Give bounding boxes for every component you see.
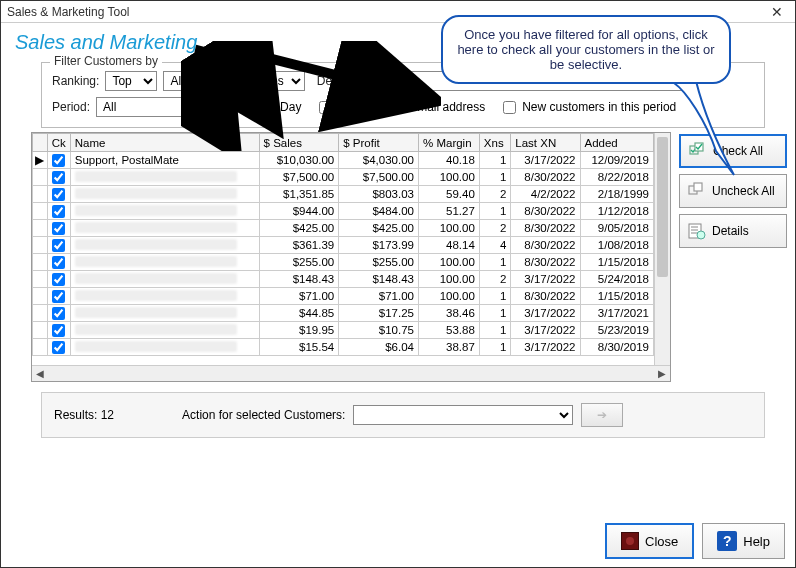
row-checkbox[interactable] xyxy=(52,205,65,218)
cell-profit: $484.00 xyxy=(339,203,419,220)
customers-grid[interactable]: Ck Name $ Sales $ Profit % Margin Xns La… xyxy=(31,132,671,382)
action-label: Action for selected Customers: xyxy=(182,408,345,422)
table-row[interactable]: $361.39$173.9948.1448/30/20221/08/2018 xyxy=(33,237,654,254)
ranking-select-1[interactable]: Top xyxy=(105,71,157,91)
col-name[interactable]: Name xyxy=(70,134,259,152)
cell-xns: 4 xyxy=(479,237,510,254)
horizontal-scrollbar[interactable]: ◀ ▶ xyxy=(32,365,670,381)
cell-margin: 100.00 xyxy=(418,169,479,186)
cell-profit: $425.00 xyxy=(339,220,419,237)
cell-profit: $17.25 xyxy=(339,305,419,322)
cell-margin: 100.00 xyxy=(418,288,479,305)
window-close-button[interactable]: ✕ xyxy=(765,4,789,20)
uncheck-all-icon xyxy=(688,182,706,200)
cell-margin: 53.88 xyxy=(418,322,479,339)
period-select[interactable]: All xyxy=(96,97,206,117)
cell-last: 4/2/2022 xyxy=(511,186,580,203)
table-row[interactable]: $425.00$425.00100.0028/30/20229/05/2018 xyxy=(33,220,654,237)
cell-added: 8/22/2018 xyxy=(580,169,654,186)
row-checkbox[interactable] xyxy=(52,307,65,320)
col-ck[interactable]: Ck xyxy=(47,134,70,152)
cell-name: Support, PostalMate xyxy=(70,152,259,169)
row-checkbox[interactable] xyxy=(52,324,65,337)
cell-last: 8/30/2022 xyxy=(511,288,580,305)
details-button[interactable]: Details xyxy=(679,214,787,248)
table-row[interactable]: $944.00$484.0051.2718/30/20221/12/2018 xyxy=(33,203,654,220)
help-button[interactable]: ? Help xyxy=(702,523,785,559)
cell-last: 8/30/2022 xyxy=(511,237,580,254)
row-checkbox[interactable] xyxy=(52,239,65,252)
cell-added: 5/24/2018 xyxy=(580,271,654,288)
table-row[interactable]: $1,351.85$803.0359.4024/2/20222/18/1999 xyxy=(33,186,654,203)
col-added[interactable]: Added xyxy=(580,134,654,152)
exclude-no-email-checkbox[interactable] xyxy=(319,101,332,114)
cell-name xyxy=(70,186,259,203)
row-checkbox[interactable] xyxy=(52,256,65,269)
scroll-right-arrow[interactable]: ▶ xyxy=(654,368,670,379)
filter-legend: Filter Customers by xyxy=(50,54,162,68)
row-checkbox[interactable] xyxy=(52,154,65,167)
table-row[interactable]: $7,500.00$7,500.00100.0018/30/20228/22/2… xyxy=(33,169,654,186)
action-select[interactable] xyxy=(353,405,573,425)
col-sales[interactable]: $ Sales xyxy=(259,134,339,152)
table-row[interactable]: $148.43$148.43100.0023/17/20225/24/2018 xyxy=(33,271,654,288)
annotation-callout: Once you have filtered for all options, … xyxy=(441,15,731,84)
table-row[interactable]: $44.85$17.2538.4613/17/20223/17/2021 xyxy=(33,305,654,322)
new-customers-label: New customers in this period xyxy=(522,100,676,114)
table-row[interactable]: $19.95$10.7553.8813/17/20225/23/2019 xyxy=(33,322,654,339)
row-checkbox[interactable] xyxy=(52,273,65,286)
col-profit[interactable]: $ Profit xyxy=(339,134,419,152)
cell-last: 3/17/2022 xyxy=(511,271,580,288)
department-label: Department: xyxy=(317,74,383,88)
row-checkbox[interactable] xyxy=(52,171,65,184)
cell-name xyxy=(70,254,259,271)
cell-profit: $255.00 xyxy=(339,254,419,271)
cell-added: 9/05/2018 xyxy=(580,220,654,237)
cell-profit: $10.75 xyxy=(339,322,419,339)
cell-name xyxy=(70,288,259,305)
cell-added: 12/09/2019 xyxy=(580,152,654,169)
cell-last: 3/17/2022 xyxy=(511,339,580,356)
ranking-select-2[interactable]: All xyxy=(163,71,215,91)
cell-last: 8/30/2022 xyxy=(511,169,580,186)
col-margin[interactable]: % Margin xyxy=(418,134,479,152)
table-row[interactable]: $255.00$255.00100.0018/30/20221/15/2018 xyxy=(33,254,654,271)
table-row[interactable]: $15.54$6.0438.8713/17/20228/30/2019 xyxy=(33,339,654,356)
row-checkbox[interactable] xyxy=(52,290,65,303)
details-icon xyxy=(688,222,706,240)
table-row[interactable]: ▶Support, PostalMate$10,030.00$4,030.004… xyxy=(33,152,654,169)
cell-profit: $71.00 xyxy=(339,288,419,305)
results-bar: Results: 12 Action for selected Customer… xyxy=(41,392,765,438)
details-label: Details xyxy=(712,224,749,238)
in-label: in xyxy=(221,74,230,88)
col-last[interactable]: Last XN xyxy=(511,134,580,152)
action-go-button[interactable]: ➔ xyxy=(581,403,623,427)
close-button[interactable]: Close xyxy=(605,523,694,559)
results-count: Results: 12 xyxy=(54,408,114,422)
cell-margin: 100.00 xyxy=(418,220,479,237)
cell-xns: 1 xyxy=(479,288,510,305)
cell-name xyxy=(70,339,259,356)
cell-last: 8/30/2022 xyxy=(511,220,580,237)
scroll-left-arrow[interactable]: ◀ xyxy=(32,368,48,379)
ranking-label: Ranking: xyxy=(52,74,99,88)
in-select[interactable]: $ Sales xyxy=(237,71,305,91)
cell-profit: $803.03 xyxy=(339,186,419,203)
cell-sales: $148.43 xyxy=(259,271,339,288)
row-checkbox[interactable] xyxy=(52,341,65,354)
cell-added: 1/08/2018 xyxy=(580,237,654,254)
period-label: Period: xyxy=(52,100,90,114)
new-customers-checkbox[interactable] xyxy=(503,101,516,114)
cell-name xyxy=(70,305,259,322)
row-checkbox[interactable] xyxy=(52,188,65,201)
help-icon: ? xyxy=(717,531,737,551)
cell-last: 8/30/2022 xyxy=(511,203,580,220)
cell-added: 8/30/2019 xyxy=(580,339,654,356)
cell-profit: $173.99 xyxy=(339,237,419,254)
table-row[interactable]: $71.00$71.00100.0018/30/20221/15/2018 xyxy=(33,288,654,305)
cell-added: 2/18/1999 xyxy=(580,186,654,203)
cell-sales: $425.00 xyxy=(259,220,339,237)
row-checkbox[interactable] xyxy=(52,222,65,235)
col-xns[interactable]: Xns xyxy=(479,134,510,152)
window-title: Sales & Marketing Tool xyxy=(7,5,130,19)
